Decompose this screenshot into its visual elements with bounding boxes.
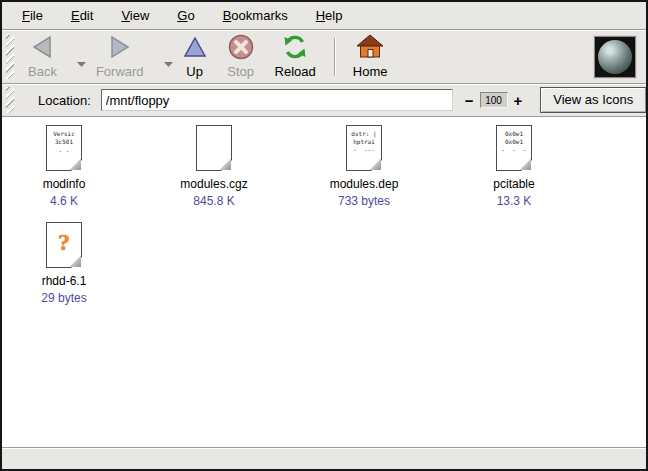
file-item-modules.dep[interactable]: dstr: |hptrai- ---modules.dep733 bytes — [308, 125, 420, 208]
stop-button-label: Stop — [227, 64, 254, 79]
forward-icon — [107, 34, 133, 64]
file-item-modinfo[interactable]: Versic3c501. .modinfo4.6 K — [8, 125, 120, 208]
text-file-icon[interactable]: Versic3c501. . — [46, 125, 82, 171]
view-mode-select[interactable]: View as Icons — [540, 87, 648, 113]
location-label: Location: — [38, 93, 91, 108]
file-preview-line: dstr: | — [351, 130, 376, 138]
menu-item-file[interactable]: File — [10, 4, 55, 27]
menu-item-help[interactable]: Help — [304, 4, 355, 27]
file-size: 845.8 K — [193, 194, 234, 208]
toolbar: BackForwardUpStopReloadHome — [2, 30, 646, 84]
throbber-frame — [594, 36, 636, 78]
file-preview-line: 0x0e1 — [505, 138, 523, 146]
zoom-in-button[interactable]: + — [514, 93, 523, 108]
file-manager-window: FileEditViewGoBookmarksHelp BackForwardU… — [0, 0, 648, 471]
forward-button-label: Forward — [96, 64, 144, 79]
up-icon — [183, 35, 207, 63]
file-name[interactable]: pcitable — [493, 177, 534, 191]
file-name[interactable]: modules.cgz — [180, 177, 247, 191]
up-button-label: Up — [186, 64, 203, 79]
file-size: 733 bytes — [338, 194, 390, 208]
question-mark-glyph: ? — [58, 229, 70, 256]
back-button-label: Back — [28, 64, 57, 79]
file-preview-line: - - - — [501, 146, 526, 154]
text-file-icon[interactable]: 0x0e10x0e1- - - — [496, 125, 532, 171]
file-preview-line: 0x0e1 — [505, 130, 523, 138]
stop-icon — [227, 33, 255, 65]
status-bar — [2, 447, 646, 469]
toolbar-separator — [334, 38, 335, 76]
page-curl — [70, 256, 81, 267]
file-preview-line: - --- — [353, 146, 375, 154]
stop-button: Stop — [219, 33, 263, 80]
zoom-control: − 100 + — [465, 92, 523, 108]
blank-file-icon[interactable] — [196, 125, 232, 171]
page-curl — [370, 159, 381, 170]
home-icon — [356, 34, 384, 64]
forward-history-chevron-icon[interactable] — [164, 53, 173, 71]
text-file-icon[interactable]: dstr: |hptrai- --- — [346, 125, 382, 171]
location-bar-drag-handle[interactable] — [6, 87, 14, 113]
location-input[interactable] — [101, 89, 453, 111]
file-preview-line: . . — [59, 146, 70, 154]
page-curl — [220, 159, 231, 170]
unknown-file-icon[interactable]: ? — [46, 222, 82, 268]
file-preview-line: 3c501 — [55, 138, 73, 146]
file-view[interactable]: Versic3c501. .modinfo4.6 Kmodules.cgz845… — [2, 117, 646, 447]
zoom-out-button[interactable]: − — [465, 93, 474, 108]
file-preview-line: hptrai — [353, 138, 375, 146]
file-size: 4.6 K — [50, 194, 78, 208]
file-item-modules.cgz[interactable]: modules.cgz845.8 K — [158, 125, 270, 208]
reload-button-label: Reload — [275, 64, 316, 79]
file-item-pcitable[interactable]: 0x0e10x0e1- - -pcitable13.3 K — [458, 125, 570, 208]
location-bar: Location: − 100 + View as Icons — [2, 84, 646, 117]
toolbar-drag-handle[interactable] — [6, 35, 14, 79]
menu-bar: FileEditViewGoBookmarksHelp — [2, 2, 646, 30]
throbber-button[interactable] — [594, 36, 636, 78]
forward-button: Forward — [88, 33, 152, 80]
menu-item-edit[interactable]: Edit — [59, 4, 105, 27]
back-icon — [29, 34, 55, 64]
reload-button[interactable]: Reload — [267, 33, 324, 80]
file-item-rhdd-6.1[interactable]: ?rhdd-6.129 bytes — [8, 222, 120, 305]
file-name[interactable]: modules.dep — [330, 177, 399, 191]
file-preview-line: Versic — [53, 130, 75, 138]
menu-item-bookmarks[interactable]: Bookmarks — [211, 4, 300, 27]
page-curl — [70, 159, 81, 170]
file-size: 13.3 K — [497, 194, 532, 208]
file-name[interactable]: rhdd-6.1 — [42, 274, 87, 288]
file-name[interactable]: modinfo — [43, 177, 86, 191]
reload-icon — [281, 33, 309, 65]
menu-item-go[interactable]: Go — [165, 4, 206, 27]
file-size: 29 bytes — [41, 291, 86, 305]
up-button[interactable]: Up — [175, 33, 215, 80]
page-curl — [520, 159, 531, 170]
home-button-label: Home — [353, 64, 388, 79]
view-mode-label: View as Icons — [541, 88, 645, 112]
zoom-level-indicator[interactable]: 100 — [480, 92, 508, 108]
menu-item-view[interactable]: View — [109, 4, 161, 27]
home-button[interactable]: Home — [345, 33, 396, 80]
back-history-chevron-icon[interactable] — [77, 53, 86, 71]
toolbar-buttons: BackForwardUpStopReloadHome — [18, 33, 397, 80]
throbber-orb-icon — [598, 40, 632, 74]
back-button: Back — [20, 33, 65, 80]
